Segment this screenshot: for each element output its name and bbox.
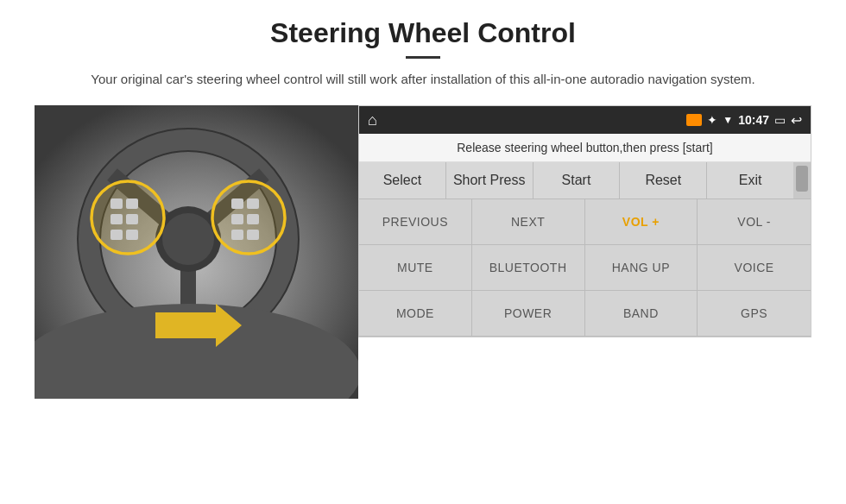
func-previous[interactable]: PREVIOUS — [359, 199, 472, 245]
steering-wheel-svg — [35, 105, 358, 399]
instruction-bar: Release steering wheel button,then press… — [359, 134, 811, 162]
steering-wheel-image — [35, 105, 358, 399]
svg-point-7 — [162, 213, 214, 265]
svg-rect-18 — [231, 214, 243, 224]
side-scroll[interactable] — [793, 162, 811, 198]
svg-rect-20 — [231, 230, 243, 240]
select-button[interactable]: Select — [359, 162, 446, 198]
battery-icon: ▭ — [774, 113, 786, 127]
func-next[interactable]: NEXT — [472, 199, 585, 245]
wifi-icon: ▼ — [723, 114, 733, 126]
func-mode[interactable]: MODE — [359, 291, 472, 337]
func-mute[interactable]: MUTE — [359, 245, 472, 291]
page-title: Steering Wheel Control — [35, 17, 811, 49]
title-underline — [406, 56, 440, 59]
svg-rect-13 — [126, 214, 138, 224]
instruction-text: Release steering wheel button,then press… — [457, 141, 713, 154]
svg-rect-19 — [247, 214, 259, 224]
function-grid: PREVIOUS NEXT VOL + VOL - MUTE BLUETOOTH… — [359, 198, 811, 337]
svg-rect-21 — [247, 230, 259, 240]
control-row: Select Short Press Start Reset Exit — [359, 162, 793, 198]
home-icon[interactable]: ⌂ — [368, 111, 377, 129]
func-gps[interactable]: GPS — [698, 291, 811, 337]
status-right: ✦ ▼ 10:47 ▭ ↩ — [686, 112, 802, 129]
status-left: ⌂ — [368, 111, 377, 129]
status-bar: ⌂ ✦ ▼ 10:47 ▭ ↩ — [359, 106, 811, 134]
subtitle: Your original car's steering wheel contr… — [35, 69, 811, 90]
time-display: 10:47 — [738, 113, 769, 127]
svg-rect-14 — [110, 230, 123, 240]
func-power[interactable]: POWER — [472, 291, 585, 337]
func-vol-minus[interactable]: VOL - — [698, 199, 811, 245]
svg-rect-11 — [126, 198, 138, 209]
func-vol-plus[interactable]: VOL + — [585, 199, 698, 245]
start-button[interactable]: Start — [533, 162, 621, 198]
back-icon[interactable]: ↩ — [791, 112, 802, 129]
func-hang-up[interactable]: HANG UP — [585, 245, 698, 291]
svg-rect-17 — [247, 198, 259, 209]
scroll-indicator — [796, 166, 808, 192]
content-row: ⌂ ✦ ▼ 10:47 ▭ ↩ Release steering wheel b… — [35, 105, 811, 399]
func-bluetooth[interactable]: BLUETOOTH — [472, 245, 585, 291]
svg-rect-12 — [110, 214, 123, 224]
short-press-button[interactable]: Short Press — [446, 162, 533, 198]
bluetooth-icon: ✦ — [707, 113, 717, 127]
app-icon — [686, 114, 702, 126]
panel-section: ⌂ ✦ ▼ 10:47 ▭ ↩ Release steering wheel b… — [358, 105, 811, 337]
svg-rect-15 — [126, 230, 138, 240]
svg-rect-10 — [110, 198, 123, 209]
svg-rect-16 — [231, 198, 243, 209]
reset-button[interactable]: Reset — [620, 162, 707, 198]
page-wrapper: Steering Wheel Control Your original car… — [0, 0, 846, 416]
control-wrapper: Select Short Press Start Reset Exit — [359, 162, 811, 198]
func-band[interactable]: BAND — [585, 291, 698, 337]
func-voice[interactable]: VOICE — [698, 245, 811, 291]
title-section: Steering Wheel Control Your original car… — [35, 17, 811, 90]
exit-button[interactable]: Exit — [707, 162, 793, 198]
